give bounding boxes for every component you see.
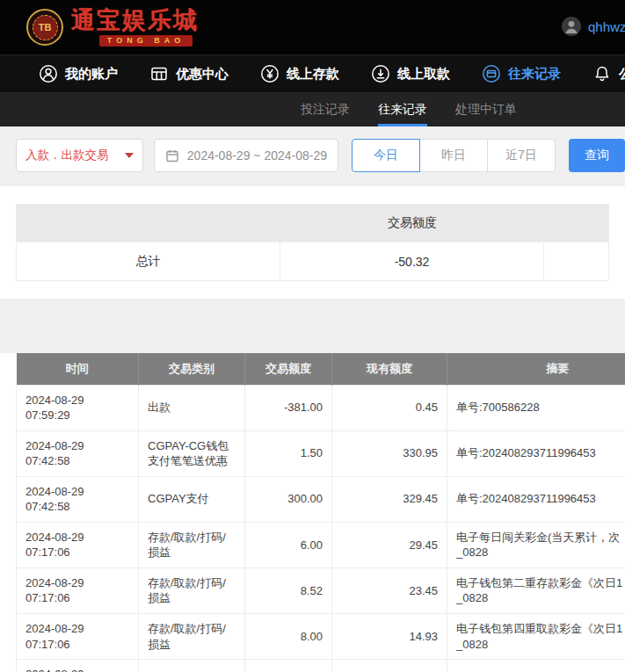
top-bar: TB 通宝娱乐城 TONG BAO qhhwz <box>0 0 625 54</box>
cell-time: 2024-08-29 07:17:06 <box>17 613 139 659</box>
brand-text: 通宝娱乐城 TONG BAO <box>71 9 199 47</box>
cell-summary: 电子钱包第四重取款彩金《次日1 _0828 <box>447 613 625 659</box>
cell-type: 存款/取款/打码/ 损益 <box>139 567 245 613</box>
table-header-row: 时间 交易类别 交易额度 现有额度 摘要 <box>17 353 625 385</box>
brand-emblem-text: TB <box>33 15 58 40</box>
date-range-value: 2024-08-29 ~ 2024-08-29 <box>187 148 327 163</box>
table-row: 2024-08-29 07:42:58 CGPAY支付 300.00 329.4… <box>17 476 625 522</box>
cell-time: 2024-08-29 07:59:29 <box>17 385 139 430</box>
cell-type: 存款/取款/打码/ 损益 <box>139 613 245 659</box>
cell-time: 2024-08-29 07:17:06 <box>17 567 139 613</box>
transactions-section: 时间 交易类别 交易额度 现有额度 摘要 2024-08-29 07:59:29… <box>0 353 625 672</box>
cell-type: 存款/取款/打码/ 损益 <box>139 522 245 567</box>
summary-header-spacer <box>544 205 608 242</box>
cell-amount: -381.00 <box>245 385 332 430</box>
cell-amount: 1.50 <box>245 430 332 476</box>
brand-logo[interactable]: TB 通宝娱乐城 TONG BAO <box>26 9 199 47</box>
nav-label: 优惠中心 <box>176 66 229 83</box>
table-row: 2024-08-29 07:17:06 存款/取款/打码/ 损益 6.00 29… <box>17 522 625 567</box>
cell-balance: 0.45 <box>332 385 447 430</box>
cell-type: CGPAY支付 <box>139 476 245 522</box>
promo-icon <box>149 64 169 83</box>
cell-balance: 330.95 <box>332 430 447 476</box>
withdraw-icon <box>371 64 390 83</box>
bell-icon <box>592 64 612 83</box>
summary-header-label: 交易额度 <box>280 205 544 242</box>
cell-time: 2024-08-29 07:17:06 <box>17 522 139 567</box>
nav-label: 线上取款 <box>397 66 450 83</box>
date-range-input[interactable]: 2024-08-29 ~ 2024-08-29 <box>154 139 338 172</box>
cell-balance: 29.45 <box>332 522 447 567</box>
summary-table: 交易额度 总计 -50.32 <box>16 204 609 281</box>
table-row: 2024-08-29 07:17:06 存款/取款/打码/ 损益 8.52 23… <box>17 567 625 613</box>
cell-summary: 单号:202408293711996453 <box>447 476 625 522</box>
nav-label: 我的账户 <box>65 66 118 83</box>
nav-item-my-account[interactable]: 我的账户 <box>39 64 118 83</box>
brand-name-cn: 通宝娱乐城 <box>71 9 199 33</box>
calendar-icon <box>165 148 179 163</box>
col-header-amount: 交易额度 <box>245 353 332 385</box>
cell-type: CGPAY-CG钱包 支付笔笔送优惠 <box>139 430 245 476</box>
main-nav: 我的账户 优惠中心 线上存款 线上取款 往来记录 <box>0 54 625 92</box>
brand-name-en: TONG BAO <box>99 35 193 47</box>
nav-item-announcements[interactable]: 公告 <box>592 64 625 83</box>
last7days-button[interactable]: 近7日 <box>487 139 556 172</box>
quick-date-group: 今日 昨日 近7日 <box>352 139 556 172</box>
summary-total-value: -50.32 <box>280 242 544 280</box>
table-row: 2024-08-29 07:42:58 CGPAY-CG钱包 支付笔笔送优惠 1… <box>17 430 625 476</box>
search-button[interactable]: 查询 <box>569 139 625 172</box>
nav-item-withdraw[interactable]: 线上取款 <box>371 64 450 83</box>
col-header-balance: 现有额度 <box>332 353 447 385</box>
cell-type: PG老虎机返点 <box>139 660 245 672</box>
cell-amount: 6.00 <box>245 522 332 567</box>
records-icon <box>482 64 501 83</box>
today-button[interactable]: 今日 <box>352 139 420 172</box>
yesterday-button[interactable]: 昨日 <box>419 139 488 172</box>
cell-balance: 6.93 <box>332 660 447 672</box>
cell-summary: 电子每日闯关彩金(当天累计，次 _0828 <box>447 522 625 567</box>
brand-emblem-icon: TB <box>26 9 63 46</box>
cell-summary: 单号:700586228 <box>447 385 625 430</box>
cell-type: 出款 <box>139 385 245 430</box>
cell-time: 2024-08-29 07:42:58 <box>17 430 139 476</box>
cell-time: 2024-08-29 02:07:34 <box>17 660 139 672</box>
username-text: qhhwz <box>588 19 625 34</box>
records-sub-nav: 投注记录 往来记录 处理中订单 <box>0 92 625 126</box>
user-icon <box>39 64 58 83</box>
cell-balance: 14.93 <box>332 613 447 659</box>
deposit-icon <box>260 64 280 83</box>
summary-total-label: 总计 <box>17 242 280 280</box>
transactions-table: 时间 交易类别 交易额度 现有额度 摘要 2024-08-29 07:59:29… <box>16 353 625 672</box>
col-header-summary: 摘要 <box>447 353 625 385</box>
nav-item-promotions[interactable]: 优惠中心 <box>149 64 229 83</box>
tab-pending-orders[interactable]: 处理中订单 <box>455 92 517 126</box>
summary-total-row: 总计 -50.32 <box>17 242 608 280</box>
cell-amount: 300.00 <box>245 476 332 522</box>
cell-balance: 329.45 <box>332 476 447 522</box>
summary-header-spacer <box>17 205 280 242</box>
summary-header-row: 交易额度 <box>17 205 608 242</box>
cell-time: 2024-08-29 07:42:58 <box>17 476 139 522</box>
cell-summary: 电子钱包第二重存款彩金《次日1 _0828 <box>447 567 625 613</box>
cell-balance: 23.45 <box>332 567 447 613</box>
nav-label: 公告 <box>619 66 625 83</box>
cell-summary: 单号:202408293711996453 <box>447 430 625 476</box>
table-row: 2024-08-29 02:07:34 PG老虎机返点 1.68 6.93 系统… <box>17 660 625 672</box>
tab-bet-records[interactable]: 投注记录 <box>301 92 350 126</box>
cell-amount: 8.52 <box>245 567 332 613</box>
cell-amount: 8.00 <box>245 613 332 659</box>
nav-item-records[interactable]: 往来记录 <box>482 64 561 83</box>
nav-item-deposit[interactable]: 线上存款 <box>260 64 339 83</box>
col-header-type: 交易类别 <box>139 353 245 385</box>
cell-summary: 系统派发_2024-08-28 <box>447 660 625 672</box>
filter-bar: 入款．出款交易 2024-08-29 ~ 2024-08-29 今日 昨日 近7… <box>16 139 625 172</box>
account-menu[interactable]: qhhwz <box>561 16 625 37</box>
tab-transaction-records[interactable]: 往来记录 <box>378 92 427 126</box>
transaction-type-value: 入款．出款交易 <box>25 148 125 163</box>
transaction-type-select[interactable]: 入款．出款交易 <box>16 139 143 172</box>
table-row: 2024-08-29 07:59:29 出款 -381.00 0.45 单号:7… <box>17 385 625 430</box>
nav-label: 线上存款 <box>287 66 339 83</box>
cell-amount: 1.68 <box>245 660 332 672</box>
table-row: 2024-08-29 07:17:06 存款/取款/打码/ 损益 8.00 14… <box>17 613 625 659</box>
chevron-down-icon <box>125 153 134 158</box>
